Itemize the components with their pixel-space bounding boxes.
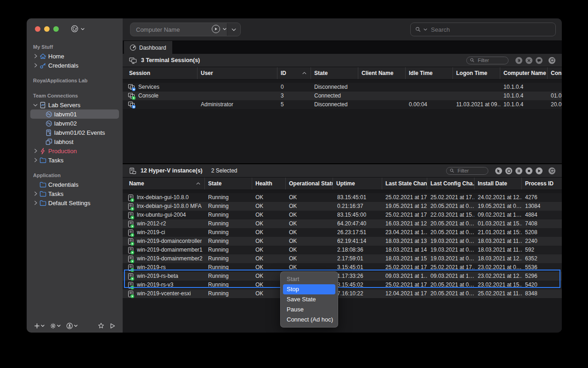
cell: 3.15:45:02 xyxy=(333,281,382,289)
sidebar-item-tasks[interactable]: Tasks xyxy=(30,189,119,198)
sidebar-item-default-settings[interactable]: Default Settings xyxy=(30,198,119,207)
table-row[interactable]: win-2019-rs-v3RunningOKOK3.15:45:0225.02… xyxy=(123,281,562,289)
sidebar-item-label: labvm01 xyxy=(54,111,77,118)
chevron-right-icon[interactable] xyxy=(32,149,40,153)
close-button[interactable] xyxy=(526,57,532,64)
chevron-right-icon[interactable] xyxy=(32,158,40,162)
chevron-down-icon[interactable] xyxy=(32,104,40,107)
power-icon xyxy=(507,168,511,173)
column-header-computer-name[interactable]: Computer Name xyxy=(500,67,548,79)
menu-item-stop[interactable]: Stop xyxy=(283,284,335,294)
column-header-process-id[interactable]: Process ID xyxy=(522,178,562,190)
table-row[interactable]: win-2019-vcenter-esxiRunningOKOK7.16:10:… xyxy=(123,289,562,298)
table-row[interactable]: win-2019-ciRunningOKOK26.23:17:5123.04.2… xyxy=(123,228,562,237)
table-row[interactable]: win-2019-rsRunningOKOK3.15:45:0125.02.20… xyxy=(123,263,562,272)
cell: OK xyxy=(286,237,333,246)
sidebar-item-home[interactable]: Home xyxy=(30,52,119,61)
sidebar-item-label: Lab Servers xyxy=(48,102,80,109)
folder-icon xyxy=(39,190,47,197)
sidebar-item-labvm01[interactable]: labvm01 xyxy=(30,109,119,119)
cell: 19.05.2021 at 12… xyxy=(382,202,427,211)
column-header-uptime[interactable]: Uptime xyxy=(333,178,382,190)
menu-item-save-state[interactable]: Save State xyxy=(283,294,335,305)
close-button[interactable] xyxy=(35,26,40,32)
user-button[interactable] xyxy=(64,322,79,330)
plus-icon xyxy=(34,323,40,329)
connect-toolbar-button[interactable] xyxy=(212,25,226,33)
message-button[interactable] xyxy=(536,57,543,64)
table-row[interactable]: win-2012-r2RunningOKOK64.20:47:4016.03.2… xyxy=(123,219,562,228)
column-header-install-date[interactable]: Install Date xyxy=(475,178,522,190)
run-button[interactable] xyxy=(108,322,117,330)
column-header-conn[interactable]: Conn xyxy=(548,67,562,79)
column-header-operational-status[interactable]: Operational Status xyxy=(286,178,333,190)
terminal-filter-field[interactable] xyxy=(466,57,509,64)
table-row[interactable]: win-2019-domainmember2RunningOKOK2.17:59… xyxy=(123,254,562,263)
chevron-right-icon[interactable] xyxy=(32,54,40,58)
tab-dashboard[interactable]: Dashboard xyxy=(124,41,172,54)
column-header-state[interactable]: State xyxy=(205,178,252,190)
column-header-last-state-change[interactable]: Last State Change xyxy=(382,178,427,190)
sidebar-item-production[interactable]: Production xyxy=(30,146,119,155)
cell: 13084 xyxy=(522,202,562,211)
pause-button[interactable] xyxy=(515,167,522,174)
sidebar-item-credentials[interactable]: Credentials xyxy=(30,180,119,189)
table-row[interactable]: win-2019-rs-betaRunningOKOK1.17:33:2609.… xyxy=(123,272,562,281)
column-header-last-config-cha[interactable]: Last Config Cha… xyxy=(427,178,475,190)
sidebar-item-credentials[interactable]: Credentials xyxy=(30,61,119,70)
refresh-button[interactable] xyxy=(548,57,555,64)
table-row[interactable]: win-2019-domaincontrollerRunningOKOK62.1… xyxy=(123,237,562,246)
connect-button[interactable] xyxy=(495,167,502,174)
minimize-button[interactable] xyxy=(44,26,50,32)
add-button[interactable] xyxy=(32,322,46,330)
column-header-name[interactable]: Name xyxy=(123,178,205,190)
power-button[interactable] xyxy=(505,167,512,174)
column-header-id[interactable]: ID xyxy=(277,67,311,79)
column-header-state[interactable]: State xyxy=(311,67,358,79)
table-row[interactable]: win-2019-domainmember1RunningOKOK2.18:08… xyxy=(123,246,562,254)
hyperv-filter-input[interactable] xyxy=(457,167,485,174)
table-row[interactable]: lnx-debian-gui-10.8.0 MFARunningOKOK0.21… xyxy=(123,202,562,211)
stop-button[interactable] xyxy=(526,167,532,174)
terminal-filter-input[interactable] xyxy=(477,57,505,63)
sidebar-item-tasks[interactable]: Tasks xyxy=(30,155,119,165)
table-row[interactable]: lnx-debian-gui-10.8.0RunningOKOK83.15:45… xyxy=(123,193,562,202)
search-field[interactable] xyxy=(410,23,556,36)
table-row[interactable]: Services0Disconnected10.1.0.4 xyxy=(123,83,562,92)
refresh-button[interactable] xyxy=(548,167,555,174)
column-header-session[interactable]: Session xyxy=(123,67,198,79)
running-badge-icon xyxy=(130,259,134,263)
disconnect-button[interactable] xyxy=(515,57,522,64)
settings-button[interactable] xyxy=(48,322,62,330)
cell: Running xyxy=(205,202,252,211)
menu-item-connect-ad-hoc[interactable]: Connect (Ad hoc) xyxy=(283,315,335,325)
chevron-right-icon[interactable] xyxy=(32,201,40,205)
sidebar-item-lab-servers[interactable]: Lab Servers xyxy=(30,100,119,109)
play-button[interactable] xyxy=(536,167,543,174)
table-row[interactable]: lnx-ubuntu-gui-2004RunningOKOK83.15:45:0… xyxy=(123,211,562,219)
column-header-idle-time[interactable]: Idle Time xyxy=(406,67,453,79)
column-header-user[interactable]: User xyxy=(198,67,277,79)
sidebar-item-label: labvm02 xyxy=(54,120,77,127)
cell: 20.05.2021 at 0… xyxy=(427,289,475,298)
connection-mode-button[interactable] xyxy=(71,25,85,33)
combo-dropdown-button[interactable] xyxy=(227,23,240,36)
section-title-my-stuff: My Stuff xyxy=(27,42,123,52)
sidebar-item-labhost[interactable]: labhost xyxy=(30,137,119,146)
cell: OK xyxy=(286,246,333,254)
favorites-button[interactable] xyxy=(96,322,106,330)
column-header-health[interactable]: Health xyxy=(252,178,286,190)
chevron-right-icon[interactable] xyxy=(32,63,40,68)
menu-item-pause[interactable]: Pause xyxy=(283,305,335,315)
zoom-button[interactable] xyxy=(53,26,59,32)
table-row[interactable]: Console3Connected10.1.0.401.03 xyxy=(123,92,562,100)
search-input[interactable] xyxy=(430,26,551,34)
chevron-right-icon[interactable] xyxy=(32,191,40,196)
sidebar-item-labvm02[interactable]: labvm02 xyxy=(30,119,119,128)
cell: 18.03.2021 at 11… xyxy=(475,237,522,246)
table-row[interactable]: Administrator5Disconnected0.00:0411.03.2… xyxy=(123,100,562,109)
sidebar-item-labvm01-02-events[interactable]: labvm01/02 Events xyxy=(30,128,119,137)
hyperv-filter-field[interactable] xyxy=(446,167,488,175)
column-header-client-name[interactable]: Client Name xyxy=(358,67,406,79)
column-header-logon-time[interactable]: Logon Time xyxy=(453,67,500,79)
